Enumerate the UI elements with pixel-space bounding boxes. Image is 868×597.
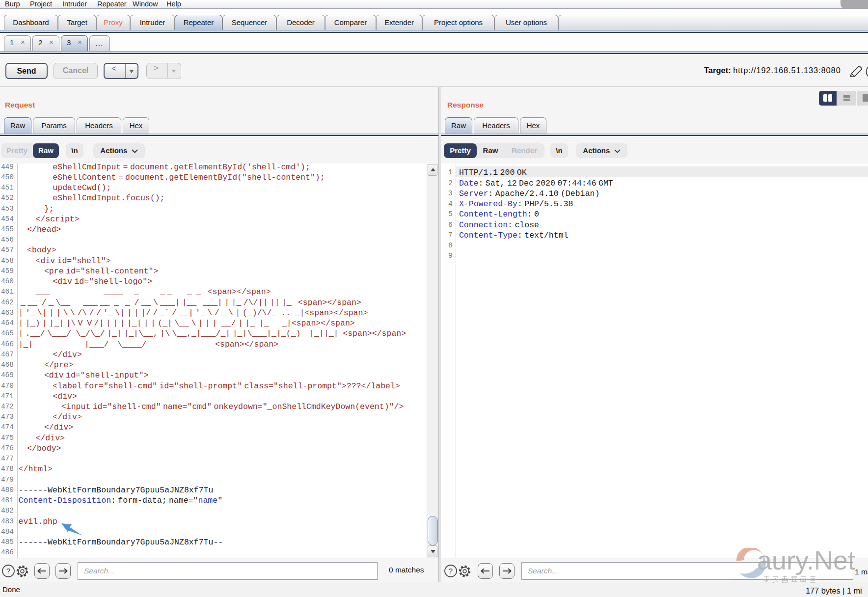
svg-text:?: ?: [6, 567, 10, 575]
svg-text:?: ?: [449, 567, 453, 575]
